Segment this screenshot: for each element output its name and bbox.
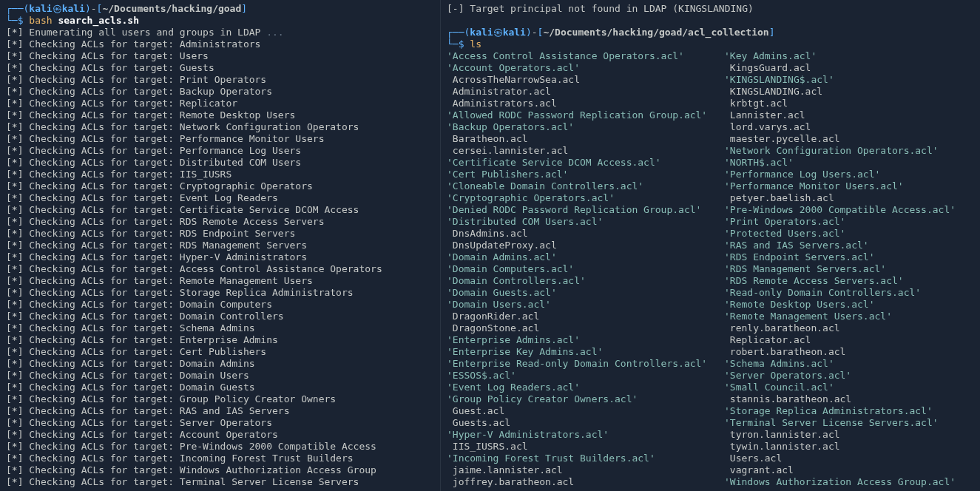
acl-check-line: [*] Checking ACLs for target: Group Poli… (6, 393, 434, 405)
file-entry: 'Domain Guests.acl' (447, 287, 724, 299)
file-entry: KingsGuard.acl (724, 62, 811, 74)
file-entry: Lannister.acl (724, 109, 805, 121)
ls-row: 'Cloneable Domain Controllers.acl''Perfo… (447, 180, 974, 192)
file-entry: tywin.lannister.acl (724, 441, 840, 453)
file-entry: jaime.lannister.acl (447, 464, 724, 476)
file-entry: 'Denied RODC Password Replication Group.… (447, 204, 724, 216)
ldap-error-msg: [-] Target principal not found in LDAP (… (447, 3, 974, 15)
file-entry: 'Domain Controllers.acl' (447, 275, 724, 287)
acl-check-line: [*] Checking ACLs for target: Certificat… (6, 204, 434, 216)
ls-row: 'Allowed RODC Password Replication Group… (447, 109, 974, 121)
enum-line: [*] Enumerating all users and groups in … (6, 27, 434, 38)
file-entry: 'Performance Monitor Users.acl' (724, 180, 904, 192)
acl-check-line: [*] Checking ACLs for target: Domain Gue… (6, 382, 434, 393)
file-entry: Users.acl (724, 453, 782, 464)
file-entry: tyron.lannister.acl (724, 429, 840, 441)
file-entry: 'Cryptographic Operators.acl' (447, 192, 724, 204)
acl-check-line: [*] Checking ACLs for target: Cert Publi… (6, 346, 434, 358)
file-entry: lord.varys.acl (724, 121, 811, 133)
file-entry: stannis.baratheon.acl (724, 393, 851, 405)
acl-check-line: [*] Checking ACLs for target: Performanc… (6, 133, 434, 145)
acl-check-line: [*] Checking ACLs for target: Hyper-V Ad… (6, 251, 434, 263)
acl-check-line: [*] Checking ACLs for target: Windows Au… (6, 464, 434, 476)
ls-row: 'Access Control Assistance Operators.acl… (447, 50, 974, 62)
file-entry: renly.baratheon.acl (724, 322, 840, 334)
file-entry: 'Cert Publishers.acl' (447, 169, 724, 180)
command-line-right[interactable]: └─$ ls (447, 38, 974, 50)
acl-check-line: [*] Checking ACLs for target: Remote Des… (6, 109, 434, 121)
ls-row: Guest.acl'Storage Replica Administrators… (447, 405, 974, 417)
file-entry: 'NORTH$.acl' (724, 157, 794, 169)
ls-row: 'Incoming Forest Trust Builders.acl' Use… (447, 453, 974, 464)
acl-check-line: [*] Checking ACLs for target: Storage Re… (6, 287, 434, 299)
ls-row: 'Domain Guests.acl''Read-only Domain Con… (447, 287, 974, 299)
ls-row: 'Backup Operators.acl' lord.varys.acl (447, 121, 974, 133)
file-entry: 'RDS Endpoint Servers.acl' (724, 251, 875, 263)
file-entry: 'Hyper-V Administrators.acl' (447, 429, 724, 441)
file-entry: 'Windows Authorization Access Group.acl' (724, 476, 956, 488)
ls-row: Guests.acl'Terminal Server License Serve… (447, 417, 974, 429)
ls-row: 'ESSOS$.acl''Server Operators.acl' (447, 370, 974, 382)
command-line-left[interactable]: └─$ bash search_acls.sh (6, 15, 434, 27)
file-entry: 'ESSOS$.acl' (447, 370, 724, 382)
file-entry: 'Read-only Domain Controllers.acl' (724, 287, 921, 299)
ls-row: Baratheon.acl maester.pycelle.acl (447, 133, 974, 145)
ls-row: 'Group Policy Creator Owners.acl' stanni… (447, 393, 974, 405)
prompt-line-left: ┌──(kali㉿kali)-[~/Documents/hacking/goad… (6, 3, 434, 15)
ls-row: cersei.lannister.acl'Network Configurati… (447, 145, 974, 157)
file-entry: 'Protected Users.acl' (724, 228, 845, 240)
ls-row: IIS_IUSRS.acl tywin.lannister.acl (447, 441, 974, 453)
file-entry: 'Domain Admins.acl' (447, 251, 724, 263)
ls-row: 'Domain Users.acl''Remote Desktop Users.… (447, 299, 974, 311)
file-entry: maester.pycelle.acl (724, 133, 840, 145)
ls-row: DragonStone.acl renly.baratheon.acl (447, 322, 974, 334)
file-entry: 'Remote Desktop Users.acl' (724, 299, 875, 311)
acl-check-line: [*] Checking ACLs for target: Domain Use… (6, 370, 434, 382)
file-entry: 'Storage Replica Administrators.acl' (724, 405, 933, 417)
acl-check-line: [*] Checking ACLs for target: Print Oper… (6, 74, 434, 86)
ls-row: DnsAdmins.acl'Protected Users.acl' (447, 228, 974, 240)
file-entry: 'Print Operators.acl' (724, 216, 845, 228)
acl-check-line: [*] Checking ACLs for target: Event Log … (6, 192, 434, 204)
ls-row: AcrossTheNarrowSea.acl'KINGSLANDING$.acl… (447, 74, 974, 86)
acl-check-line: [*] Checking ACLs for target: Replicator (6, 98, 434, 109)
file-entry: DnsAdmins.acl (447, 228, 724, 240)
file-entry: 'Group Policy Creator Owners.acl' (447, 393, 724, 405)
file-entry: joffrey.baratheon.acl (447, 476, 724, 488)
ls-row: 'Domain Admins.acl''RDS Endpoint Servers… (447, 251, 974, 263)
acl-check-line: [*] Checking ACLs for target: Domain Com… (6, 299, 434, 311)
file-entry: 'Schema Admins.acl' (724, 358, 834, 370)
ls-output: 'Access Control Assistance Operators.acl… (447, 50, 974, 488)
file-entry: Guests.acl (447, 417, 724, 429)
ls-row: 'Cert Publishers.acl''Performance Log Us… (447, 169, 974, 180)
file-entry: robert.baratheon.acl (724, 346, 845, 358)
file-entry: IIS_IUSRS.acl (447, 441, 724, 453)
file-entry: 'Certificate Service DCOM Access.acl' (447, 157, 724, 169)
acl-check-line: [*] Checking ACLs for target: RAS and IA… (6, 405, 434, 417)
acl-check-line: [*] Checking ACLs for target: Administra… (6, 38, 434, 50)
file-entry: 'Server Operators.acl' (724, 370, 851, 382)
terminal-pane-right[interactable]: [-] Target principal not found in LDAP (… (440, 0, 980, 491)
acl-check-line: [*] Checking ACLs for target: Domain Adm… (6, 358, 434, 370)
file-entry: 'Small Council.acl' (724, 382, 834, 393)
file-entry: Administrators.acl (447, 98, 724, 109)
ls-row: 'Denied RODC Password Replication Group.… (447, 204, 974, 216)
file-entry: 'Pre-Windows 2000 Compatible Access.acl' (724, 204, 956, 216)
acl-check-line: [*] Checking ACLs for target: Users (6, 50, 434, 62)
terminal-pane-left[interactable]: ┌──(kali㉿kali)-[~/Documents/hacking/goad… (0, 0, 440, 491)
file-entry: cersei.lannister.acl (447, 145, 724, 157)
acl-check-line: [*] Checking ACLs for target: RDS Manage… (6, 240, 434, 251)
acl-check-line: [*] Checking ACLs for target: Domain Con… (6, 311, 434, 322)
file-entry: 'Enterprise Read-only Domain Controllers… (447, 358, 724, 370)
file-entry: krbtgt.acl (724, 98, 788, 109)
ls-row: 'Domain Computers.acl''RDS Management Se… (447, 263, 974, 275)
acl-check-line: [*] Checking ACLs for target: Remote Man… (6, 275, 434, 287)
file-entry: Guest.acl (447, 405, 724, 417)
file-entry: AcrossTheNarrowSea.acl (447, 74, 724, 86)
acl-check-line: [*] Checking ACLs for target: Pre-Window… (6, 441, 434, 453)
ls-row: 'Distributed COM Users.acl''Print Operat… (447, 216, 974, 228)
file-entry: 'Event Log Readers.acl' (447, 382, 724, 393)
ls-row: 'Certificate Service DCOM Access.acl''NO… (447, 157, 974, 169)
ls-row: jaime.lannister.acl vagrant.acl (447, 464, 974, 476)
ls-row: 'Enterprise Read-only Domain Controllers… (447, 358, 974, 370)
